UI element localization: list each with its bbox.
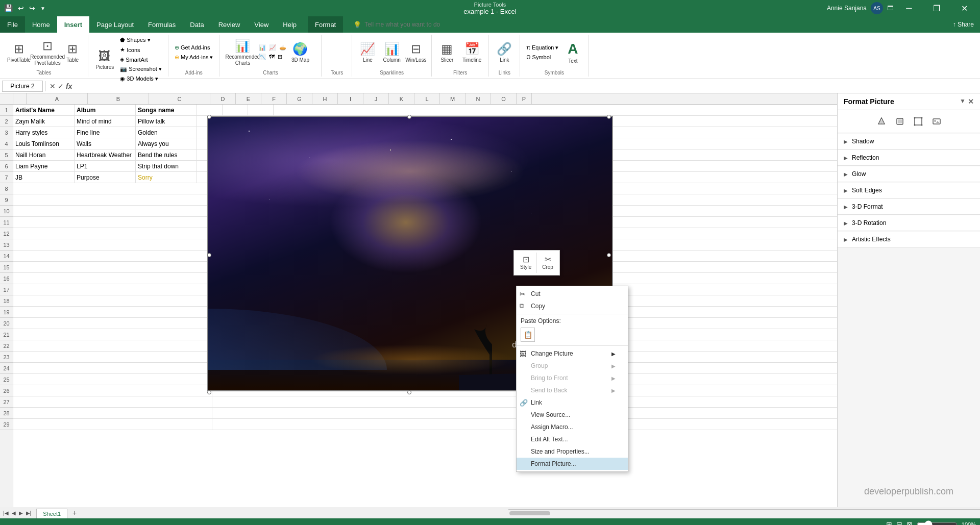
bar-chart-button[interactable]: 📉 <box>258 53 267 61</box>
context-menu-copy[interactable]: ⧉ Copy <box>517 300 628 312</box>
tab-format[interactable]: Format <box>308 16 343 33</box>
row-header-17[interactable]: 17 <box>0 284 13 295</box>
formula-cancel-button[interactable]: ✕ <box>50 82 56 90</box>
sheet-nav-prev[interactable]: ◀ <box>11 509 17 517</box>
cell-C5[interactable]: Bend the rules <box>136 149 197 160</box>
row-header-19[interactable]: 19 <box>0 307 13 318</box>
handle-mr[interactable] <box>607 253 611 257</box>
horizontal-scroll-thumb[interactable] <box>509 511 550 515</box>
sparkline-column-button[interactable]: 📊 Column <box>380 36 403 69</box>
cell-B5[interactable]: Heartbreak Weather <box>75 149 136 160</box>
context-menu-link[interactable]: 🔗 Link <box>517 396 628 409</box>
save-icon[interactable]: 💾 <box>4 4 13 12</box>
row-header-24[interactable]: 24 <box>0 363 13 374</box>
col-header-F[interactable]: F <box>261 93 287 104</box>
row-header-16[interactable]: 16 <box>0 273 13 284</box>
horizontal-scrollbar[interactable] <box>508 509 980 516</box>
row-header-5[interactable]: 5 <box>0 149 13 161</box>
recommended-pivottables-button[interactable]: ⊡ Recommended PivotTables <box>35 36 60 69</box>
soft-edges-section[interactable]: ▶ Soft Edges <box>838 183 980 198</box>
3d-map-button[interactable]: 🌍 3D Map <box>288 36 312 69</box>
shapes-button[interactable]: ⬟ Shapes ▾ <box>118 36 164 44</box>
row-header-7[interactable]: 7 <box>0 172 13 183</box>
tab-view[interactable]: View <box>247 16 276 33</box>
cell-B1[interactable]: Album <box>75 105 136 115</box>
win-loss-button[interactable]: ⊟ Win/Loss <box>405 36 427 69</box>
cell-C1[interactable]: Songs name <box>136 105 197 115</box>
context-menu-send-to-back[interactable]: Send to Back ▶ <box>517 384 628 396</box>
cell-B7[interactable]: Purpose <box>75 172 136 183</box>
3d-rotation-section[interactable]: ▶ 3-D Rotation <box>838 215 980 231</box>
shadow-section[interactable]: ▶ Shadow <box>838 134 980 149</box>
recommended-charts-button[interactable]: 📊 Recommended Charts <box>229 36 257 69</box>
col-header-A[interactable]: A <box>27 93 88 104</box>
format-panel-close-button[interactable]: ✕ <box>968 97 974 106</box>
handle-tr[interactable] <box>607 115 611 119</box>
row-header-4[interactable]: 4 <box>0 138 13 149</box>
icons-button[interactable]: ★ Icons <box>118 45 164 54</box>
row-header-29[interactable]: 29 <box>0 419 13 430</box>
row-header-13[interactable]: 13 <box>0 239 13 251</box>
get-addins-button[interactable]: ⊕ Get Add-ins <box>173 43 215 52</box>
row-header-1[interactable]: 1 <box>0 105 13 116</box>
cell-B3[interactable]: Fine line <box>75 127 136 138</box>
cell-A7[interactable]: JB <box>13 172 75 183</box>
row-header-3[interactable]: 3 <box>0 127 13 138</box>
handle-ml[interactable] <box>207 253 211 257</box>
row-header-15[interactable]: 15 <box>0 262 13 273</box>
row-header-2[interactable]: 2 <box>0 116 13 127</box>
picture-corrections-icon-tab[interactable] <box>929 114 944 129</box>
context-menu-cut[interactable]: ✂ Cut <box>517 288 628 300</box>
cell-D1[interactable] <box>197 105 223 115</box>
slicer-button[interactable]: ▦ Slicer <box>436 36 458 69</box>
screenshot-button[interactable]: 📷 Screenshot ▾ <box>118 65 164 73</box>
name-box[interactable] <box>2 81 43 92</box>
col-header-K[interactable]: K <box>389 93 414 104</box>
cell-C6[interactable]: Strip that down <box>136 161 197 171</box>
cell-A2[interactable]: Zayn Malik <box>13 116 75 127</box>
sheet-nav-next[interactable]: ▶ <box>18 509 24 517</box>
undo-icon[interactable]: ↩ <box>18 4 24 12</box>
context-menu-format-picture[interactable]: Format Picture... <box>517 458 628 470</box>
tab-data[interactable]: Data <box>183 16 211 33</box>
fill-line-icon-tab[interactable] <box>874 114 889 129</box>
col-header-H[interactable]: H <box>312 93 338 104</box>
context-menu-change-picture[interactable]: 🖼 Change Picture ▶ <box>517 347 628 360</box>
row-header-18[interactable]: 18 <box>0 295 13 307</box>
handle-tc[interactable] <box>407 115 411 119</box>
tab-file[interactable]: File <box>0 16 25 33</box>
row-header-14[interactable]: 14 <box>0 251 13 262</box>
pivot-table-button[interactable]: ⊞ PivotTable <box>4 36 34 69</box>
symbol-button[interactable]: Ω Symbol <box>524 53 560 61</box>
cell-C3[interactable]: Golden <box>136 127 197 138</box>
col-header-G[interactable]: G <box>287 93 312 104</box>
cell-A3[interactable]: Harry styles <box>13 127 75 138</box>
sheet-nav-last[interactable]: ▶| <box>25 509 33 517</box>
tab-help[interactable]: Help <box>276 16 304 33</box>
redo-icon[interactable]: ↪ <box>29 4 35 12</box>
customize-icon[interactable]: ▼ <box>40 6 45 11</box>
view-layout-button[interactable]: ⊟ <box>896 520 902 525</box>
tab-formulas[interactable]: Formulas <box>141 16 183 33</box>
style-button[interactable]: ⊡ Style <box>516 253 535 273</box>
row-header-6[interactable]: 6 <box>0 161 13 172</box>
close-button[interactable]: ✕ <box>952 0 976 16</box>
row-header-10[interactable]: 10 <box>0 206 13 217</box>
cell-F1[interactable] <box>248 105 274 115</box>
row-header-22[interactable]: 22 <box>0 340 13 352</box>
table-button[interactable]: ⊞ Table <box>61 36 84 69</box>
cell-B2[interactable]: Mind of mind <box>75 116 136 127</box>
timeline-button[interactable]: 📅 Timeline <box>459 36 484 69</box>
context-menu-view-source[interactable]: View Source... <box>517 409 628 421</box>
pie-chart-button[interactable]: 🥧 <box>278 43 287 52</box>
share-button[interactable]: ↑ Share <box>953 21 974 28</box>
text-button[interactable]: A Text <box>561 36 584 69</box>
handle-tl[interactable] <box>207 115 211 119</box>
handle-bl[interactable] <box>207 390 211 394</box>
cell-A4[interactable]: Louis Tomlinson <box>13 138 75 149</box>
row-header-8[interactable]: 8 <box>0 183 13 194</box>
view-page-break-button[interactable]: ⊠ <box>906 520 913 525</box>
context-menu-assign-macro[interactable]: Assign Macro... <box>517 421 628 433</box>
glow-section[interactable]: ▶ Glow <box>838 166 980 182</box>
sparkline-line-button[interactable]: 📈 Line <box>356 36 379 69</box>
